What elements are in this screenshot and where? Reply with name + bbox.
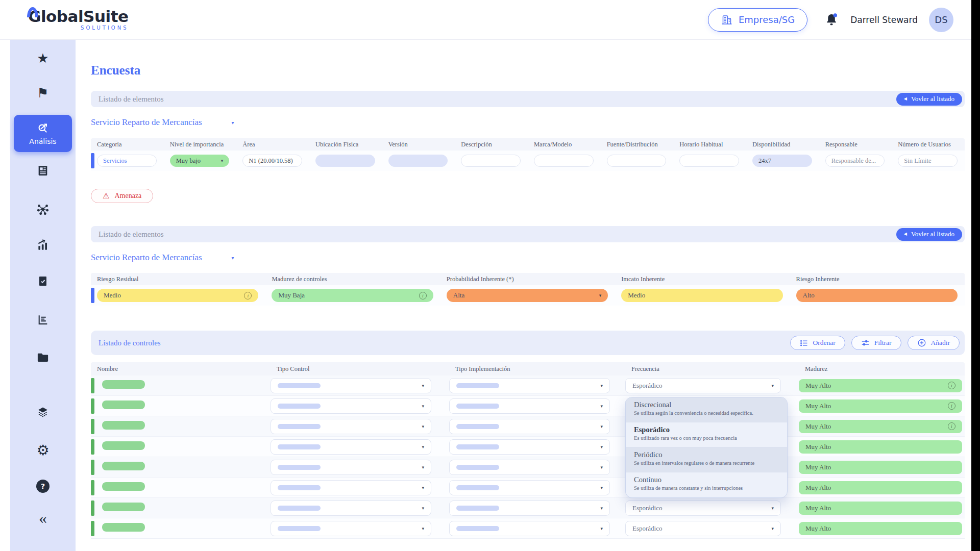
- back-to-list-button-2[interactable]: ◀ Vovler al listado: [896, 228, 962, 241]
- frecuencia-select[interactable]: Esporádico▾: [625, 521, 781, 536]
- row-accent-bar: [91, 500, 94, 516]
- sidebar-item-network[interactable]: [36, 203, 50, 216]
- tipo-control-select[interactable]: ▾: [271, 460, 431, 475]
- area-field[interactable]: N1 (20.00/10.58): [242, 155, 302, 167]
- sidebar-item-help[interactable]: ?: [36, 480, 50, 493]
- tipo-control-select[interactable]: ▾: [271, 521, 431, 536]
- col-version: Versión: [382, 141, 455, 148]
- chevron-down-icon: ▾: [600, 424, 603, 429]
- disponibilidad-field[interactable]: 24x7: [752, 155, 812, 167]
- nivel-importancia-select[interactable]: Muy bajo▾: [170, 155, 230, 167]
- madurez-badge[interactable]: Muy Altoi: [799, 379, 962, 392]
- marca-modelo-field[interactable]: [534, 155, 594, 167]
- madurez-badge[interactable]: Muy Altoi: [799, 420, 962, 433]
- impacto-inherente-badge[interactable]: Medio: [621, 289, 782, 302]
- version-field[interactable]: [388, 155, 448, 167]
- company-selector-button[interactable]: Empresa/SG: [708, 8, 807, 32]
- sidebar-item-news[interactable]: [37, 164, 50, 177]
- sidebar-item-documents[interactable]: [36, 350, 50, 364]
- madurez-badge[interactable]: Muy Alto: [799, 522, 962, 535]
- placeholder-bar: [278, 383, 321, 388]
- madurez-controles-badge[interactable]: Muy Bajai: [272, 289, 433, 302]
- sidebar: ★ ⚑ Análisis: [10, 40, 76, 551]
- info-icon: i: [948, 422, 955, 430]
- tipo-control-select[interactable]: ▾: [271, 419, 431, 434]
- madurez-badge[interactable]: Muy Alto: [799, 481, 962, 494]
- sidebar-item-flags[interactable]: ⚑: [37, 87, 48, 100]
- horario-habitual-field[interactable]: [679, 155, 739, 167]
- riesgo-inherente-badge[interactable]: Alto: [796, 289, 958, 302]
- tipo-control-select[interactable]: ▾: [271, 398, 431, 414]
- service-selector-2[interactable]: Servicio Reparto de Mercancías ▾: [91, 253, 234, 263]
- dropdown-option-continuo[interactable]: Contínuo Se utiliza de manera constante …: [626, 472, 787, 497]
- placeholder-bar: [278, 424, 321, 429]
- frecuencia-select[interactable]: Esporádico▾: [625, 378, 781, 393]
- gear-icon: ⚙: [36, 443, 49, 458]
- row-accent-bar: [91, 419, 94, 434]
- back-triangle-icon: ◀: [904, 232, 907, 236]
- risk-summary-table: Riesgo Residual Madurez de controles Pro…: [91, 273, 965, 306]
- back-to-list-button[interactable]: ◀ Vovler al listado: [896, 93, 962, 106]
- categoria-field[interactable]: Servicios: [97, 155, 157, 167]
- sidebar-collapse-button[interactable]: «: [39, 510, 47, 526]
- ordenar-button[interactable]: Ordenar: [790, 336, 845, 350]
- tipo-implementacion-select[interactable]: ▾: [449, 419, 610, 434]
- dropdown-option-periodico[interactable]: Periódico Se utiliza en intervalos regul…: [626, 447, 787, 472]
- filtrar-button[interactable]: Filtrar: [851, 336, 901, 350]
- control-row: ▾ ▾ Esporádico▾ Muy Alto: [91, 478, 965, 498]
- filter-sliders-icon: [861, 339, 870, 347]
- tipo-control-select[interactable]: ▾: [271, 500, 431, 516]
- chevron-down-icon: ▾: [422, 404, 424, 409]
- user-name[interactable]: Darrell Steward: [850, 15, 918, 25]
- chevron-down-icon: ▾: [599, 293, 602, 298]
- tipo-implementacion-select[interactable]: ▾: [449, 480, 610, 495]
- back-triangle-icon: ◀: [904, 97, 907, 101]
- nombre-placeholder: [102, 503, 145, 511]
- chevron-down-icon: ▾: [771, 526, 774, 531]
- sidebar-item-analisis[interactable]: Análisis: [14, 115, 72, 152]
- madurez-badge[interactable]: Muy Alto: [799, 461, 962, 474]
- sidebar-item-favorites[interactable]: ★: [37, 52, 48, 65]
- numero-usuarios-field[interactable]: Sin Límite: [898, 155, 958, 167]
- anadir-button[interactable]: Añadir: [908, 336, 960, 350]
- sidebar-item-reports-chart[interactable]: [36, 238, 50, 252]
- frecuencia-select[interactable]: Esporádico▾: [625, 500, 781, 516]
- tipo-implementacion-select[interactable]: ▾: [449, 378, 610, 393]
- dropdown-option-discrecional[interactable]: Discrecional Se utiliza según la conveni…: [626, 397, 787, 422]
- tipo-implementacion-select[interactable]: ▾: [449, 398, 610, 414]
- service-selector[interactable]: Servicio Reparto de Mercancías ▾: [91, 117, 234, 128]
- col-madurez-controles: Madurez de controles: [265, 276, 440, 283]
- fuente-distribucion-field[interactable]: [607, 155, 667, 167]
- madurez-badge[interactable]: Muy Alto: [799, 440, 962, 454]
- descripcion-field[interactable]: [461, 155, 521, 167]
- sidebar-item-settings[interactable]: ⚙: [36, 443, 49, 458]
- tipo-implementacion-select[interactable]: ▾: [449, 439, 610, 455]
- avatar[interactable]: DS: [929, 8, 953, 32]
- control-row: ▾ ▾ Esporádico▾ Muy Altoi: [91, 375, 965, 396]
- responsable-field[interactable]: Responsable de...: [825, 155, 885, 167]
- sidebar-item-tasks[interactable]: [37, 275, 49, 287]
- sidebar-item-report-list[interactable]: [37, 313, 50, 326]
- row-accent-bar: [91, 480, 94, 495]
- placeholder-bar: [456, 526, 499, 531]
- globalsuite-logo[interactable]: GlobalSuite SOLUTIONS: [28, 9, 128, 31]
- notifications-bell-icon[interactable]: [824, 12, 839, 28]
- madurez-badge[interactable]: Muy Alto: [799, 502, 962, 515]
- sidebar-item-layers[interactable]: [36, 406, 50, 419]
- tipo-control-select[interactable]: ▾: [271, 378, 431, 393]
- col-nivel: Nivel de importancia: [164, 141, 237, 148]
- madurez-badge[interactable]: Muy Altoi: [799, 399, 962, 413]
- amenaza-button[interactable]: ⚠ Amenaza: [91, 189, 153, 203]
- tipo-control-select[interactable]: ▾: [271, 439, 431, 455]
- tipo-implementacion-select[interactable]: ▾: [449, 460, 610, 475]
- ubicacion-fisica-field[interactable]: [315, 155, 375, 167]
- table-header-row: Nombre Tipo Control Tipo Implementación …: [91, 362, 965, 375]
- tipo-control-select[interactable]: ▾: [271, 480, 431, 495]
- riesgo-residual-badge[interactable]: Medioi: [97, 289, 258, 302]
- tipo-implementacion-select[interactable]: ▾: [449, 521, 610, 536]
- chevron-down-icon: ▾: [600, 404, 603, 409]
- probabilidad-inherente-select[interactable]: Alta▾: [447, 289, 608, 302]
- dropdown-option-esporadico[interactable]: Esporádico Es utilizado rara vez o con m…: [626, 422, 787, 447]
- help-icon: ?: [36, 480, 50, 493]
- tipo-implementacion-select[interactable]: ▾: [449, 500, 610, 516]
